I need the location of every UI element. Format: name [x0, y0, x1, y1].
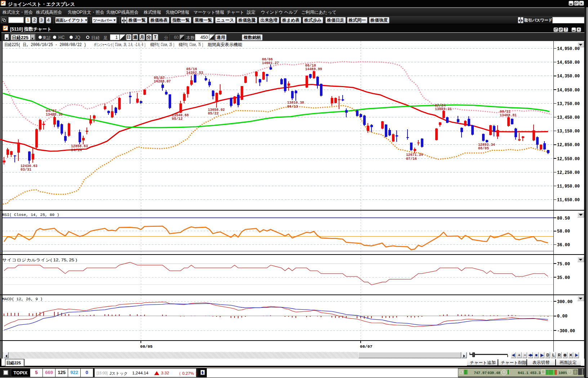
svg-text:11,650.00: 11,650.00	[557, 197, 580, 203]
svg-text:0.00: 0.00	[557, 314, 567, 319]
svg-text:13,150.00: 13,150.00	[557, 129, 580, 134]
svg-text:移動平均( Close, 75 ): 移動平均( Close, 75 )	[179, 42, 203, 48]
svg-text:14469.99: 14469.99	[305, 67, 322, 71]
svg-text:移動平均( Close, 25 ): 移動平均( Close, 25 )	[150, 42, 174, 48]
svg-text:14601.27: 14601.27	[262, 61, 279, 65]
svg-text:13,450.00: 13,450.00	[557, 115, 580, 120]
svg-text:07/16: 07/16	[406, 157, 417, 161]
svg-text:14,350.00: 14,350.00	[557, 73, 580, 79]
svg-text:04/14: 04/14	[71, 148, 82, 152]
svg-text:35.00: 35.00	[557, 275, 570, 280]
svg-text:12,550.00: 12,550.00	[557, 156, 580, 162]
svg-text:03/31: 03/31	[21, 167, 31, 172]
svg-text:13,750.00: 13,750.00	[557, 101, 580, 107]
svg-text:-300.00: -300.00	[557, 328, 575, 334]
svg-text:14392.53: 14392.53	[186, 71, 203, 75]
svg-text:14,650.00: 14,650.00	[557, 60, 580, 65]
svg-text:期間高安表示機能: 期間高安表示機能	[208, 42, 242, 48]
svg-text:ボリンジャーバンド( Close, 20, 2.0, -2.: ボリンジャーバンド( Close, 20, 2.0, -2.0, 0 )	[94, 42, 146, 48]
svg-text:MACD( 12, 26, 9 ): MACD( 12, 26, 9 )	[2, 297, 43, 301]
svg-text:58.00: 58.00	[557, 229, 570, 234]
svg-text:14,950.00: 14,950.00	[557, 46, 580, 51]
svg-text:13468.81: 13468.81	[500, 113, 517, 117]
svg-text:08/07: 08/07	[360, 344, 373, 349]
svg-text:12,850.00: 12,850.00	[557, 142, 580, 148]
svg-text:サイコロジカルライン( 12, 75, 25 ): サイコロジカルライン( 12, 75, 25 )	[2, 258, 77, 262]
svg-text:13603.31: 13603.31	[435, 107, 452, 111]
svg-text:08/05: 08/05	[478, 146, 489, 150]
svg-text:08/05: 08/05	[140, 344, 153, 349]
svg-text:05/12: 05/12	[172, 117, 183, 121]
svg-text:13485.30: 13485.30	[46, 112, 63, 117]
svg-text:日経225( 日, 2006/10/25 - 2008/08: 日経225( 日, 2006/10/25 - 2008/08/22 )	[4, 42, 86, 48]
svg-text:06/13: 06/13	[287, 104, 298, 109]
svg-text:12,250.00: 12,250.00	[557, 170, 580, 175]
svg-text:14,050.00: 14,050.00	[557, 87, 580, 93]
svg-text:11,950.00: 11,950.00	[557, 184, 580, 189]
svg-text:300.00: 300.00	[557, 299, 573, 305]
svg-text:36.00: 36.00	[557, 242, 570, 248]
svg-text:05/22: 05/22	[208, 111, 219, 116]
svg-text:75.00: 75.00	[557, 261, 570, 267]
svg-text:14208.07: 14208.07	[154, 79, 171, 84]
svg-text:RSI( Close, 14, 25, 80 ): RSI( Close, 14, 25, 80 )	[2, 213, 59, 217]
svg-text:80.50: 80.50	[557, 216, 570, 221]
